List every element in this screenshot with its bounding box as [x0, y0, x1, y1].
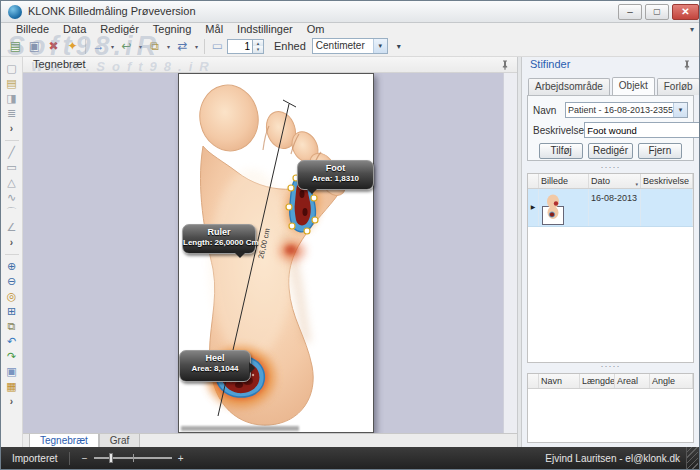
menu-indstillinger[interactable]: Indstillinger — [230, 23, 300, 36]
menu-billede[interactable]: Billede — [9, 23, 56, 36]
stifinder-title: Stifinder — [530, 58, 570, 70]
minimize-button[interactable]: – — [618, 4, 642, 20]
back-caret-icon[interactable]: ▾ — [136, 43, 145, 50]
rect-tool-icon[interactable]: ▭ — [1, 160, 22, 175]
expand-more-icon[interactable]: › — [1, 394, 22, 409]
fjern-button[interactable]: Fjern — [638, 143, 682, 159]
menu-maal[interactable]: Mål — [198, 23, 230, 36]
new-page-icon[interactable]: ▤ — [1, 76, 22, 91]
image-icon[interactable]: ▣ — [1, 364, 22, 379]
import-image-button[interactable]: ▤ — [6, 37, 25, 55]
sort-arrow-icon[interactable]: ▾ — [635, 178, 638, 188]
navn-label: Navn — [533, 105, 565, 116]
canvas-scrollbar[interactable] — [503, 73, 517, 433]
toolbar: ▤ ▣ ✖ ✦ → ▾ ↩ ▾ ⧉ ▾ ⇄ ▾ ▭ ▴ ▾ Enhed Cent… — [1, 36, 699, 57]
unit-dropdown-icon[interactable]: ▾ — [373, 39, 387, 53]
foot-callout-value: Area: 1,8310 — [298, 174, 373, 184]
maximize-button[interactable]: ▢ — [645, 4, 669, 20]
polygon-tool-icon[interactable]: △ — [1, 175, 22, 190]
menu-data[interactable]: Data — [56, 23, 93, 36]
spinner-down-icon[interactable]: ▾ — [253, 46, 263, 53]
back-button[interactable]: ↩ — [117, 37, 136, 55]
grid-icon[interactable]: ▦ — [1, 379, 22, 394]
zoom-in-icon[interactable]: ⊕ — [1, 259, 22, 274]
curve-tool-icon[interactable]: ⌒ — [1, 205, 22, 220]
menu-om[interactable]: Om — [300, 23, 332, 36]
tab-forloeb[interactable]: Forløb — [657, 78, 700, 95]
zoom-area-icon[interactable]: ◎ — [1, 289, 22, 304]
expand-more-icon[interactable]: › — [1, 235, 22, 250]
display-button[interactable]: ▭ — [208, 37, 227, 55]
resize-grip[interactable] — [686, 447, 698, 469]
menubar-overflow-icon[interactable]: ▾ — [690, 25, 694, 34]
import-label: Importeret — [12, 453, 58, 464]
drawing-canvas[interactable]: 26,00 cm Foot Area: 1,8310 Ruler Length:… — [23, 73, 503, 433]
tilfoej-button[interactable]: Tilføj — [539, 143, 583, 159]
row-selector-column — [528, 374, 539, 388]
unit-combobox[interactable]: Centimeter ▾ — [312, 38, 388, 54]
column-areal[interactable]: Areal — [615, 374, 650, 388]
slider-track[interactable] — [94, 457, 172, 459]
stifinder-header: Stifinder — [522, 57, 699, 73]
zoom-slider[interactable]: − + — [81, 453, 185, 464]
transfer-button[interactable]: ⇄ — [173, 37, 192, 55]
undo-icon[interactable]: ↶ — [1, 334, 22, 349]
zoom-out-icon[interactable]: ⊖ — [1, 274, 22, 289]
measurements-table-empty-area — [528, 389, 693, 442]
navn-dropdown-icon[interactable]: ▾ — [673, 103, 687, 117]
slider-minus-icon[interactable]: − — [81, 453, 89, 464]
column-angle[interactable]: Angle — [650, 374, 693, 388]
transfer-caret-icon[interactable]: ▾ — [192, 43, 201, 50]
tab-objekt[interactable]: Objekt — [612, 77, 655, 95]
column-navn[interactable]: Navn — [539, 374, 580, 388]
pin-icon[interactable] — [682, 60, 692, 70]
foot-callout-title: Foot — [298, 163, 373, 174]
images-table-empty-area — [528, 227, 693, 362]
horizontal-splitter[interactable]: ····· — [522, 164, 699, 171]
copy-page-caret-icon[interactable]: ▾ — [164, 43, 173, 50]
pan-icon[interactable]: ⊞ — [1, 304, 22, 319]
delete-image-button[interactable]: ✖ — [44, 37, 63, 55]
export-caret-icon[interactable]: ▾ — [108, 43, 117, 50]
beskrivelse-input[interactable] — [584, 122, 700, 138]
slider-plus-icon[interactable]: + — [177, 453, 185, 464]
toolbar-more-icon[interactable]: ▾ — [397, 42, 401, 51]
select-icon[interactable]: ▢ — [1, 61, 22, 76]
navn-combobox[interactable]: Patient - 16-08-2013-2355 ▾ — [565, 102, 688, 118]
thumbnail-cell[interactable] — [539, 189, 589, 226]
image-table-row[interactable]: ▶ 16-08-2013 — [528, 189, 693, 227]
drawing-panel-title: Tegnebræt — [33, 58, 86, 70]
application-window: KLONK Billedmåling Prøveversion – ▢ ✕ Bi… — [0, 0, 700, 470]
zoom-spinner-buttons[interactable]: ▴ ▾ — [253, 39, 264, 54]
close-button[interactable]: ✕ — [672, 4, 699, 20]
column-billede[interactable]: Billede — [539, 174, 589, 188]
big-toe — [194, 80, 264, 157]
line-tool-icon[interactable]: ╱ — [1, 145, 22, 160]
rediger-button[interactable]: Redigér — [588, 143, 632, 159]
slider-thumb[interactable] — [109, 453, 113, 463]
pin-icon[interactable] — [500, 60, 510, 70]
copy-icon[interactable]: ⧉ — [1, 319, 22, 334]
column-laengde[interactable]: Længde — [580, 374, 615, 388]
angle-tool-icon[interactable]: ∠ — [1, 220, 22, 235]
zoom-spinner-input[interactable] — [227, 39, 253, 54]
freehand-tool-icon[interactable]: ∿ — [1, 190, 22, 205]
annotate-button[interactable]: ✦ — [63, 37, 82, 55]
column-dato[interactable]: Dato▾ — [589, 174, 641, 188]
heel-callout-title: Heel — [180, 353, 250, 364]
save-button[interactable]: ▣ — [25, 37, 44, 55]
tab-arbejdsomraade[interactable]: Arbejdsområde — [528, 78, 610, 95]
menu-rediger[interactable]: Redigér — [93, 23, 146, 36]
layers-icon[interactable]: ≣ — [1, 106, 22, 121]
menu-tegning[interactable]: Tegning — [146, 23, 199, 36]
column-beskrivelse[interactable]: Beskrivelse — [641, 174, 693, 188]
redo-icon[interactable]: ↷ — [1, 349, 22, 364]
expand-more-icon[interactable]: › — [1, 121, 22, 136]
app-logo-icon — [8, 5, 22, 19]
stamp-icon[interactable]: ◨ — [1, 91, 22, 106]
export-button[interactable]: → — [89, 37, 108, 55]
patient-image[interactable]: 26,00 cm Foot Area: 1,8310 Ruler Length:… — [178, 73, 374, 433]
horizontal-splitter[interactable]: ····· — [522, 363, 699, 370]
beskrivelse-label: Beskrivelse — [533, 125, 584, 136]
copy-page-button[interactable]: ⧉ — [145, 37, 164, 55]
